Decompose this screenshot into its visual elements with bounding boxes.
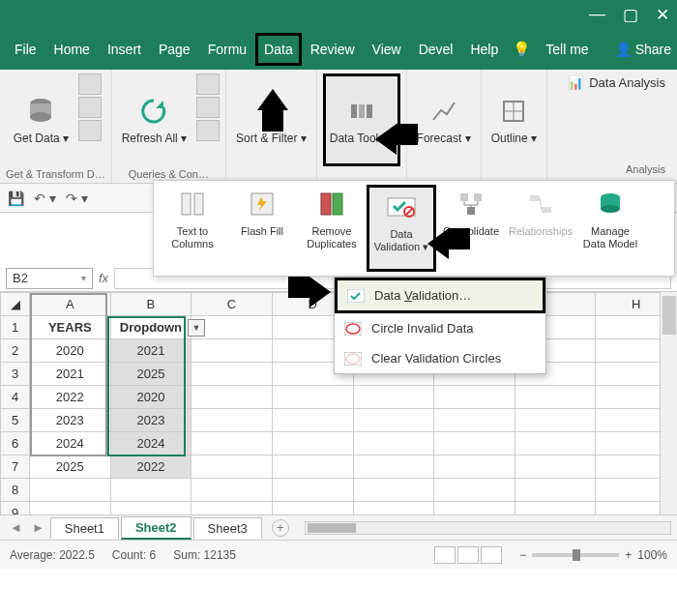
remove-duplicates-button[interactable]: Remove Duplicates (297, 185, 367, 272)
hscroll-thumb[interactable] (308, 523, 356, 533)
data-tools-label: Data Tools (330, 132, 384, 145)
zoom-level[interactable]: 100% (637, 548, 667, 562)
row-7[interactable]: 7 (1, 455, 30, 479)
cell-B6[interactable]: 2024 (110, 432, 191, 455)
cell-B2[interactable]: 2021 (110, 339, 191, 363)
vertical-scrollbar[interactable] (660, 292, 677, 514)
tab-data[interactable]: Data (255, 33, 302, 66)
data-tools-icon (345, 95, 378, 128)
cell-B7[interactable]: 2022 (110, 455, 191, 479)
flash-fill-icon (247, 189, 278, 220)
flash-fill-label: Flash Fill (241, 225, 283, 238)
tab-formulas[interactable]: Formu (199, 33, 255, 66)
row-2[interactable]: 2 (1, 339, 30, 363)
minimize-button[interactable]: — (589, 5, 605, 24)
fx-icon[interactable]: fx (99, 271, 108, 285)
group-analysis: Analysis (568, 161, 665, 177)
sheet-nav-prev[interactable]: ◄ (6, 520, 26, 535)
row-4[interactable]: 4 (1, 386, 30, 409)
menu-clear-circles[interactable]: Clear Validation Circles (335, 343, 545, 373)
tab-file[interactable]: File (6, 33, 45, 66)
data-validation-label: Data Validation (374, 228, 421, 252)
svg-rect-9 (182, 193, 191, 215)
tab-home[interactable]: Home (45, 33, 99, 66)
row-3[interactable]: 3 (1, 363, 30, 386)
clear-circles-icon (344, 352, 362, 366)
horizontal-scrollbar[interactable] (305, 521, 671, 535)
manage-data-model-button[interactable]: Manage Data Model (575, 185, 645, 272)
row-9[interactable]: 9 (1, 502, 30, 515)
forecast-button[interactable]: Forecast ▾ (413, 73, 475, 166)
tab-page[interactable]: Page (150, 33, 199, 66)
data-analysis-button[interactable]: 📊 Data Analysis (568, 75, 665, 90)
row-6[interactable]: 6 (1, 432, 30, 455)
sheet-tab-2[interactable]: Sheet2 (121, 516, 191, 540)
cell-A1[interactable]: YEARS (30, 316, 111, 339)
cell-A4[interactable]: 2022 (30, 386, 111, 409)
chevron-down-icon[interactable]: ▾ (81, 273, 86, 283)
maximize-button[interactable]: ▢ (623, 5, 638, 25)
dropdown-arrow-icon[interactable]: ▼ (188, 319, 205, 337)
forecast-label: Forecast (417, 132, 462, 145)
outline-button[interactable]: Outline ▾ (487, 73, 541, 166)
tab-insert[interactable]: Insert (99, 33, 150, 66)
tab-developer[interactable]: Devel (410, 33, 462, 66)
tab-view[interactable]: View (364, 33, 410, 66)
col-C[interactable]: C (191, 293, 273, 316)
scrollbar-thumb[interactable] (662, 296, 676, 335)
zoom-slider[interactable] (532, 553, 619, 557)
row-5[interactable]: 5 (1, 409, 30, 432)
select-all-corner[interactable]: ◢ (1, 293, 30, 316)
data-tools-button[interactable]: Data Tools ▾ (323, 73, 400, 166)
cell-B3[interactable]: 2025 (110, 363, 191, 386)
cell-B4[interactable]: 2020 (110, 386, 191, 409)
menu-data-validation[interactable]: Data Validation… (335, 278, 545, 313)
add-sheet-button[interactable]: + (272, 519, 289, 537)
cell-A6[interactable]: 2024 (30, 432, 111, 455)
flash-fill-button[interactable]: Flash Fill (227, 185, 297, 272)
zoom-control[interactable]: − + 100% (519, 548, 667, 562)
sheet-nav-next[interactable]: ► (28, 520, 48, 535)
menu-circle-invalid[interactable]: Circle Invalid Data (335, 313, 545, 343)
ribbon: Get Data ▾ Get & Transform D… Refresh Al… (0, 70, 677, 184)
cell-A3[interactable]: 2021 (30, 363, 111, 386)
cell-B1[interactable]: Dropdown (110, 316, 191, 339)
svg-rect-13 (333, 193, 342, 215)
sort-filter-button[interactable]: Sort & Filter ▾ (232, 73, 310, 166)
text-to-columns-button[interactable]: Text to Columns (158, 185, 227, 272)
row-1[interactable]: 1 (1, 316, 30, 339)
redo-button[interactable]: ↷ ▾ (66, 191, 88, 206)
refresh-all-button[interactable]: Refresh All ▾ (118, 73, 191, 166)
row-8[interactable]: 8 (1, 479, 30, 502)
cell-A5[interactable]: 2023 (30, 409, 111, 432)
col-B[interactable]: B (110, 293, 191, 316)
sort-filter-icon (254, 95, 287, 128)
sheet-tab-1[interactable]: Sheet1 (50, 517, 119, 539)
undo-button[interactable]: ↶ ▾ (34, 191, 56, 206)
getdata-small-icons[interactable] (78, 73, 102, 141)
cell-B5[interactable]: 2023 (110, 409, 191, 432)
close-button[interactable]: ✕ (656, 5, 669, 25)
lightbulb-icon[interactable]: 💡 (513, 41, 531, 58)
col-A[interactable]: A (30, 293, 111, 316)
cell-A7[interactable]: 2025 (30, 455, 111, 479)
svg-rect-21 (542, 207, 551, 213)
zoom-in-button[interactable]: + (625, 548, 632, 562)
tab-help[interactable]: Help (461, 33, 507, 66)
outline-icon (497, 95, 530, 128)
consolidate-button[interactable]: Consolidate (436, 185, 506, 272)
save-icon[interactable]: 💾 (8, 191, 24, 206)
zoom-out-button[interactable]: − (519, 548, 526, 562)
sheet-tab-3[interactable]: Sheet3 (193, 517, 262, 539)
queries-small-icons[interactable] (196, 73, 220, 141)
tab-review[interactable]: Review (302, 33, 364, 66)
view-buttons[interactable] (434, 546, 502, 564)
tell-me[interactable]: Tell me (537, 33, 597, 66)
data-tools-dropdown: Text to Columns Flash Fill Remove Duplic… (153, 180, 675, 277)
name-box[interactable]: B2▾ (6, 268, 93, 289)
get-data-button[interactable]: Get Data ▾ (10, 73, 73, 166)
share-button[interactable]: 👤Share (615, 42, 671, 57)
cell-A2[interactable]: 2020 (30, 339, 111, 363)
circle-invalid-icon (344, 322, 362, 336)
data-validation-button[interactable]: Data Validation ▾ (367, 185, 436, 272)
